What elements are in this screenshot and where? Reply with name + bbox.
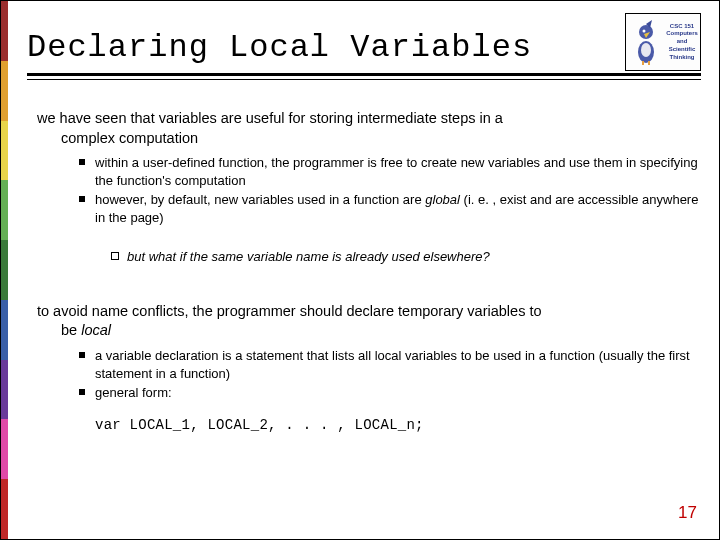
bullet-1b-em: global xyxy=(425,192,460,207)
svg-rect-6 xyxy=(642,61,644,65)
course-code: CSC 151 xyxy=(666,23,698,31)
slide-body: we have seen that variables are useful f… xyxy=(37,109,699,435)
course-line4: Thinking xyxy=(666,54,698,62)
sub-bullet-1-text: but what if the same variable name is al… xyxy=(127,249,490,264)
bullet-1a: within a user-defined function, the prog… xyxy=(37,154,699,189)
color-sidebar xyxy=(1,1,8,539)
course-line2: and xyxy=(666,38,698,46)
title-rule-thin xyxy=(27,79,701,80)
para1-line1: we have seen that variables are useful f… xyxy=(37,110,503,126)
mascot-icon xyxy=(626,14,666,70)
course-line3: Scientific xyxy=(666,46,698,54)
sub-bullet-1: but what if the same variable name is al… xyxy=(37,248,699,266)
code-example: var LOCAL_1, LOCAL_2, . . . , LOCAL_n; xyxy=(37,416,699,435)
title-rule-thick xyxy=(27,73,701,76)
svg-point-1 xyxy=(641,43,651,57)
para2-line2: be local xyxy=(37,321,699,341)
course-line1: Computers xyxy=(666,30,698,38)
bullet-1b: however, by default, new variables used … xyxy=(37,191,699,226)
page-number: 17 xyxy=(678,503,697,523)
para2-local: local xyxy=(81,322,111,338)
paragraph-2: to avoid name conflicts, the programmer … xyxy=(37,302,699,341)
para2-be: be xyxy=(61,322,81,338)
para1-line2: complex computation xyxy=(37,129,699,149)
svg-rect-7 xyxy=(648,61,650,65)
svg-point-5 xyxy=(643,30,646,33)
bullet-2a: a variable declaration is a statement th… xyxy=(37,347,699,382)
bullet-2b: general form: xyxy=(37,384,699,402)
course-logo-text: CSC 151 Computers and Scientific Thinkin… xyxy=(666,23,700,62)
course-logo: CSC 151 Computers and Scientific Thinkin… xyxy=(625,13,701,71)
slide-title: Declaring Local Variables xyxy=(27,29,532,66)
para2-line1: to avoid name conflicts, the programmer … xyxy=(37,303,542,319)
slide: Declaring Local Variables CSC 151 Comput… xyxy=(0,0,720,540)
paragraph-1: we have seen that variables are useful f… xyxy=(37,109,699,148)
bullet-1b-pre: however, by default, new variables used … xyxy=(95,192,425,207)
